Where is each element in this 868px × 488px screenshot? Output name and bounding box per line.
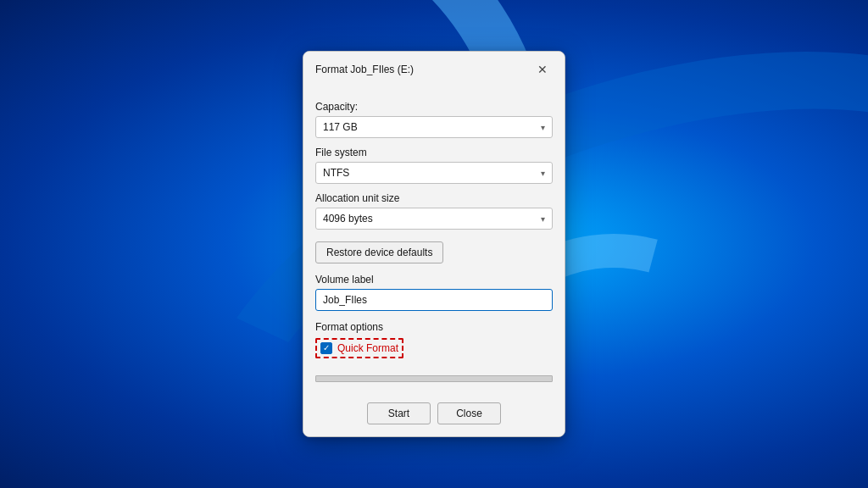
allocation-unit-dropdown-arrow: ▾	[541, 214, 545, 224]
capacity-value: 117 GB	[323, 121, 358, 133]
dialog-close-button[interactable]: ✕	[531, 60, 554, 79]
dialog-footer: Start Close	[303, 394, 565, 436]
allocation-unit-dropdown[interactable]: 4096 bytes ▾	[315, 208, 553, 230]
volume-label-input[interactable]	[315, 289, 553, 311]
restore-defaults-button[interactable]: Restore device defaults	[315, 241, 443, 263]
format-dialog: Format Job_FIles (E:) ✕ Capacity: 117 GB…	[303, 51, 565, 437]
file-system-label: File system	[315, 147, 553, 158]
capacity-dropdown[interactable]: 117 GB ▾	[315, 116, 553, 138]
allocation-unit-label: Allocation unit size	[315, 192, 553, 204]
file-system-value: NTFS	[323, 167, 349, 179]
file-system-dropdown[interactable]: NTFS ▾	[315, 162, 553, 184]
allocation-unit-value: 4096 bytes	[323, 213, 373, 225]
quick-format-checkbox[interactable]: ✓	[320, 342, 332, 354]
dialog-body: Capacity: 117 GB ▾ File system NTFS ▾ Al…	[303, 86, 565, 394]
progress-bar	[315, 375, 553, 382]
capacity-label: Capacity:	[315, 101, 553, 113]
quick-format-label: Quick Format	[337, 342, 398, 354]
file-system-dropdown-arrow: ▾	[541, 169, 545, 178]
format-options-label: Format options	[315, 321, 553, 333]
capacity-dropdown-arrow: ▾	[541, 123, 545, 132]
dialog-overlay: Format Job_FIles (E:) ✕ Capacity: 117 GB…	[0, 0, 868, 488]
quick-format-row: ✓ Quick Format	[315, 338, 403, 358]
dialog-title: Format Job_FIles (E:)	[315, 64, 414, 75]
volume-label-label: Volume label	[315, 274, 553, 286]
close-button[interactable]: Close	[437, 402, 501, 424]
start-button[interactable]: Start	[367, 402, 431, 424]
checkbox-checkmark: ✓	[323, 344, 330, 352]
dialog-titlebar: Format Job_FIles (E:) ✕	[303, 52, 565, 86]
